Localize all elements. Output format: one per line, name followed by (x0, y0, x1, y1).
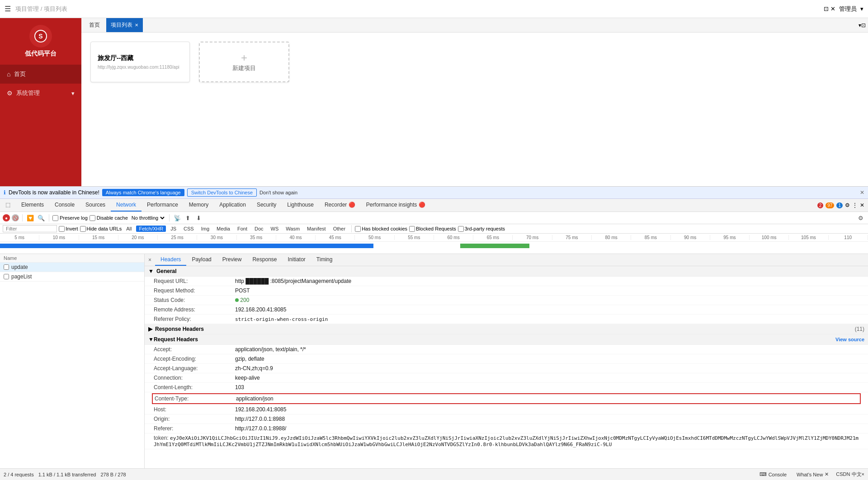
filter-input[interactable] (3, 225, 57, 232)
record-button[interactable]: ● (3, 214, 10, 221)
tab-elements-label[interactable]: Elements (16, 199, 49, 212)
has-blocked-cookies-input[interactable] (355, 226, 361, 232)
request-item-update[interactable]: update (0, 263, 144, 272)
filter-font-button[interactable]: Font (235, 226, 250, 232)
more-icon[interactable]: ⋮ (852, 202, 858, 208)
detail-tab-response[interactable]: Response (247, 254, 282, 266)
tab-elements[interactable]: ⬚ (0, 199, 16, 212)
filter-wasm-button[interactable]: Wasm (283, 226, 302, 232)
view-source-button[interactable]: View source (835, 337, 864, 342)
filter-media-button[interactable]: Media (214, 226, 233, 232)
detail-tab-timing[interactable]: Timing (311, 254, 338, 266)
close-what-new-icon[interactable]: ✕ (825, 471, 829, 477)
network-settings-icon[interactable]: ⚙ (856, 213, 865, 222)
hide-data-urls-input[interactable] (80, 226, 86, 232)
detail-close-icon[interactable]: × (145, 254, 155, 265)
console-button[interactable]: ⌨ Console (757, 471, 789, 478)
mark-80ms: 80 ms (592, 235, 631, 240)
mark-65ms: 65 ms (473, 235, 513, 240)
tab-maximize-icon[interactable]: ⊡ (861, 22, 866, 28)
search-icon[interactable]: 🔍 (37, 213, 46, 222)
project-card-1[interactable]: 旅发厅--西藏 http://lyjg.zqxx.wuguobao.com:11… (90, 42, 190, 82)
detail-tab-payload[interactable]: Payload (186, 254, 217, 266)
tab-lighthouse[interactable]: Lighthouse (282, 199, 319, 212)
sidebar-item-sys[interactable]: ⚙ 系统管理 ▾ (0, 84, 81, 103)
request-item-pagelist[interactable]: pageList (0, 272, 144, 282)
request-url-val: http ██████ :8085/projectManagement/upda… (235, 278, 351, 284)
tab-home[interactable]: 首页 (84, 18, 105, 32)
invert-checkbox[interactable]: Invert (59, 226, 78, 232)
tab-perf-insights[interactable]: Performance insights 🔴 (361, 199, 431, 212)
tab-console[interactable]: Console (49, 199, 80, 212)
import-icon[interactable]: ⬆ (184, 213, 193, 222)
throttling-select[interactable]: No throttling (130, 215, 166, 221)
preserve-log-checkbox[interactable]: Preserve log (52, 215, 88, 221)
request-checkbox-update[interactable] (4, 264, 9, 270)
menu-icon[interactable]: ☰ (5, 5, 11, 13)
blocked-requests-input[interactable] (409, 226, 415, 232)
tab-project-list[interactable]: 项目列表 ✕ (106, 18, 143, 32)
tab-application[interactable]: Application (214, 199, 251, 212)
detail-tab-preview[interactable]: Preview (217, 254, 247, 266)
disable-cache-input[interactable] (90, 215, 95, 221)
blocked-requests-checkbox[interactable]: Blocked Requests (409, 226, 456, 232)
filter-icon[interactable]: 🔽 (26, 213, 35, 222)
request-headers-section[interactable]: ▼ Request Headers View source (145, 334, 868, 345)
filter-manifest-button[interactable]: Manifest (304, 226, 329, 232)
tab-security[interactable]: Security (251, 199, 282, 212)
third-party-checkbox[interactable]: 3rd-party requests (458, 226, 505, 232)
name-column-header: Name (4, 255, 17, 261)
filter-fetch-xhr-button[interactable]: Fetch/XHR (136, 226, 166, 232)
request-checkbox-pagelist[interactable] (4, 274, 9, 279)
what-new-button[interactable]: What's New ✕ (794, 471, 831, 478)
filter-img-button[interactable]: Img (198, 226, 212, 232)
tab-memory[interactable]: Memory (184, 199, 214, 212)
disable-cache-checkbox[interactable]: Disable cache (90, 215, 128, 221)
switch-chinese-button[interactable]: Switch DevTools to Chinese (187, 188, 257, 197)
host-row: Host: 192.168.200.41:8085 (145, 405, 868, 414)
filter-sep (351, 225, 352, 232)
tab-performance[interactable]: Performance (142, 199, 184, 212)
notify-close-icon[interactable]: ✕ (860, 189, 864, 196)
detail-tab-headers[interactable]: Headers (155, 254, 186, 266)
svg-text:S: S (38, 33, 42, 40)
hide-data-urls-checkbox[interactable]: Hide data URLs (80, 226, 122, 232)
invert-input[interactable] (59, 226, 65, 232)
detail-tab-initiator[interactable]: Initiator (282, 254, 311, 266)
admin-label[interactable]: 管理员 (839, 5, 857, 13)
admin-dropdown-icon[interactable]: ▾ (860, 5, 863, 12)
has-blocked-cookies-checkbox[interactable]: Has blocked cookies (355, 226, 407, 232)
mark-70ms: 70 ms (513, 235, 552, 240)
wifi-icon[interactable]: 📡 (173, 213, 182, 222)
sys-icon: ⚙ (7, 89, 13, 97)
settings-icon[interactable]: ⚙ (845, 202, 850, 208)
filter-js-button[interactable]: JS (168, 226, 179, 232)
tab-recorder[interactable]: Recorder 🔴 (319, 199, 361, 212)
preserve-log-input[interactable] (52, 215, 58, 221)
filter-doc-button[interactable]: Doc (252, 226, 266, 232)
export-icon[interactable]: ⬇ (194, 213, 203, 222)
mark-75ms: 75 ms (552, 235, 592, 240)
filter-ws-button[interactable]: WS (268, 226, 282, 232)
timeline-bars (0, 242, 868, 250)
tab-network[interactable]: Network (111, 199, 142, 212)
sidebar-item-home[interactable]: ⌂ 首页 (0, 65, 81, 84)
filter-other-button[interactable]: Other (330, 226, 349, 232)
filter-all-button[interactable]: All (123, 226, 134, 232)
mark-60ms: 60 ms (434, 235, 473, 240)
dont-show-button[interactable]: Don't show again (259, 190, 297, 195)
new-project-card[interactable]: + 新建项目 (199, 42, 289, 82)
filter-css-button[interactable]: CSS (181, 226, 197, 232)
network-toolbar: ● 🚫 🔽 🔍 Preserve log Disable cache No th… (0, 212, 868, 224)
close-devtools-icon[interactable]: ✕ (860, 202, 864, 208)
tab-sources[interactable]: Sources (80, 199, 111, 212)
token-key: token: (154, 435, 170, 441)
general-section-header[interactable]: ▼ General (145, 266, 868, 277)
info-icon: ℹ (4, 189, 6, 196)
third-party-input[interactable] (458, 226, 464, 232)
response-headers-section[interactable]: ▶ Response Headers (11) (145, 324, 868, 334)
match-language-button[interactable]: Always match Chrome's language (102, 189, 184, 196)
breadcrumb-root[interactable]: 项目管理 (15, 5, 39, 12)
close-tab-icon[interactable]: ✕ (135, 23, 138, 28)
clear-button[interactable]: 🚫 (12, 214, 19, 221)
